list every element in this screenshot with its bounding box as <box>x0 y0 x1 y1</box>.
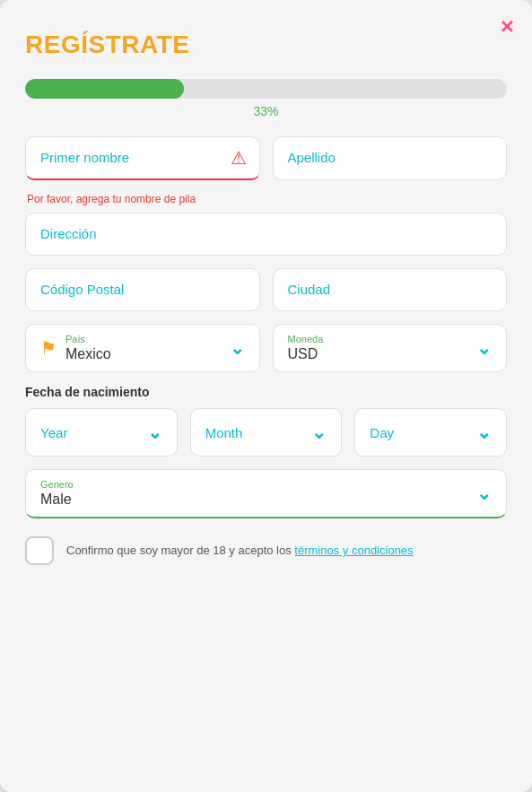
gender-inner: Genero Male <box>40 479 74 508</box>
postal-code-input[interactable] <box>40 282 245 297</box>
currency-chevron-icon: ⌄ <box>476 337 492 359</box>
currency-value: USD <box>288 346 477 362</box>
dob-row: Year ⌄ Month ⌄ Day ⌄ <box>25 408 507 457</box>
city-input[interactable] <box>288 282 493 297</box>
dob-month-select[interactable]: Month ⌄ <box>190 408 343 457</box>
address-field <box>25 213 507 256</box>
postal-code-field <box>25 268 260 311</box>
currency-select-inner: Moneda USD <box>288 334 477 362</box>
gender-sublabel: Genero <box>40 479 74 490</box>
address-input[interactable] <box>40 226 492 241</box>
name-row: ⚠ <box>25 136 507 180</box>
dob-month-label: Month <box>205 425 243 440</box>
country-value: Mexico <box>65 346 230 362</box>
error-icon: ⚠ <box>231 147 247 169</box>
country-chevron-icon: ⌄ <box>230 337 245 359</box>
last-name-input[interactable] <box>288 150 493 165</box>
gender-chevron-icon: ⌄ <box>476 483 492 504</box>
currency-sublabel: Moneda <box>288 334 477 344</box>
terms-checkbox[interactable] <box>25 536 54 565</box>
flag-icon: ⚑ <box>40 337 57 359</box>
country-select-inner: País Mexico <box>65 334 230 362</box>
dob-day-chevron-icon: ⌄ <box>476 422 492 443</box>
dob-year-label: Year <box>40 425 67 440</box>
dob-month-chevron-icon: ⌄ <box>311 422 327 443</box>
page-title: REGÍSTRATE <box>25 30 507 59</box>
gender-value: Male <box>40 492 74 508</box>
progress-bar-container <box>25 79 507 99</box>
terms-link[interactable]: términos y condiciones <box>294 544 413 557</box>
terms-row: Confirmo que soy mayor de 18 y acepto lo… <box>25 536 507 565</box>
currency-select[interactable]: Moneda USD ⌄ <box>273 324 508 372</box>
address-row <box>25 213 507 256</box>
terms-text-before: Confirmo que soy mayor de 18 y acepto lo… <box>66 544 294 557</box>
postal-city-row <box>25 268 507 311</box>
dob-day-label: Day <box>370 425 394 440</box>
registration-modal: × REGÍSTRATE 33% ⚠ Por favor, agrega tu … <box>0 0 532 792</box>
dob-year-select[interactable]: Year ⌄ <box>25 408 178 457</box>
dob-day-select[interactable]: Day ⌄ <box>354 408 507 457</box>
close-button[interactable]: × <box>501 14 514 38</box>
progress-label: 33% <box>25 104 507 118</box>
progress-bar-fill <box>25 79 184 99</box>
first-name-field: ⚠ <box>25 136 260 180</box>
country-select[interactable]: ⚑ País Mexico ⌄ <box>25 324 260 372</box>
country-currency-row: ⚑ País Mexico ⌄ Moneda USD ⌄ <box>25 324 507 372</box>
city-field <box>273 268 508 311</box>
first-name-input[interactable] <box>40 150 245 165</box>
dob-section-label: Fecha de nacimiento <box>25 385 507 399</box>
country-sublabel: País <box>65 334 230 344</box>
dob-year-chevron-icon: ⌄ <box>147 422 162 443</box>
first-name-error: Por favor, agrega tu nombre de pila <box>27 193 507 205</box>
gender-select[interactable]: Genero Male ⌄ <box>25 469 507 518</box>
terms-text: Confirmo que soy mayor de 18 y acepto lo… <box>66 542 414 560</box>
last-name-field <box>273 136 508 180</box>
